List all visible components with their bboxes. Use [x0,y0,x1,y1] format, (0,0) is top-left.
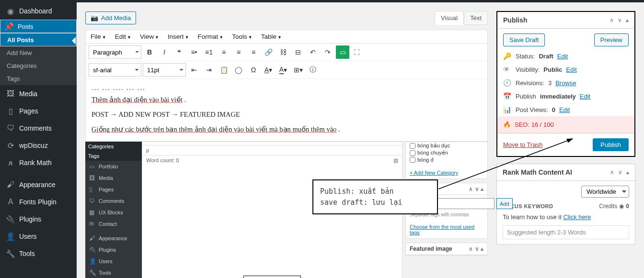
cat-bongbauduc[interactable] [410,143,415,149]
preview-button[interactable]: Preview [594,33,629,46]
more-button[interactable]: ⊟ [291,45,305,59]
bold-button[interactable]: B [143,45,156,59]
add-media-button[interactable]: 📷Add Media [85,11,136,24]
n-users[interactable]: 👤Users [85,256,142,267]
help-button[interactable]: ⓘ [306,63,320,77]
fullscreen-button[interactable]: ⛶ [354,49,360,56]
menu-users[interactable]: 👤Users [0,228,77,245]
appearance-icon: 🖌 [6,180,15,189]
unlink-button[interactable]: ⛓ [276,45,290,59]
n-portfolio[interactable]: ▭Portfolio [85,161,142,172]
seo-icon: 🔥 [503,121,511,128]
menu-insert[interactable]: Insert▼ [168,33,189,40]
edit-views-link[interactable]: Edit [559,106,570,113]
tools-icon: 🔧 [6,249,15,258]
editor-body[interactable]: ··· ··· ···· ··· ··· Thêm ảnh đại diện v… [86,79,487,141]
edit-publish-link[interactable]: Edit [580,93,590,100]
region-select[interactable]: Worldwide [581,186,629,198]
calendar-icon: 📅 [503,92,512,100]
n-pages[interactable]: ▯Pages [85,184,142,195]
link-button[interactable]: 🔗 [262,45,275,59]
bg-color-button[interactable]: A▾ [262,63,275,77]
n-tools[interactable]: 🔧Tools [85,267,142,278]
menu-media[interactable]: 🖾Media [0,85,77,102]
submenu-add-new[interactable]: Add New [0,46,77,59]
featured-image-title: Featured image [410,245,452,252]
menu-fonts[interactable]: AFonts Plugin [0,193,77,211]
submenu-tags[interactable]: Tags [0,72,77,85]
cat-bongd[interactable] [410,157,415,163]
n-uxblocks[interactable]: ▦UX Blocks [85,207,142,218]
menu-rankmath[interactable]: ᴙRank Math [0,154,77,171]
n-appearance[interactable]: 🖌Appearance [85,233,142,244]
n-contact[interactable]: ✉Contact [85,218,142,230]
menu-comments[interactable]: 🗨Comments [0,120,77,137]
edit-status-link[interactable]: Edit [557,53,568,60]
tinymce-editor: File▼ Edit▼ View▼ Insert▼ Format▼ Tools▼… [85,30,488,142]
font-select[interactable]: sf-arial [89,63,141,77]
n-media[interactable]: 🖾Media [85,172,142,184]
paste-button[interactable]: 📋 [217,63,230,77]
menu-edit[interactable]: Edit▼ [115,33,131,40]
size-select[interactable]: 11pt [143,63,186,77]
undo-button[interactable]: ↶ [306,45,320,59]
panel-up-icon[interactable]: ∧ [610,17,614,23]
numbered-list-button[interactable]: ≡1 [202,45,216,59]
save-draft-button[interactable]: Save Draft [503,33,545,46]
align-left-button[interactable]: ≡ [217,45,230,59]
outdent-button[interactable]: ⇤ [187,63,201,77]
menu-format[interactable]: Format▼ [198,33,224,40]
align-right-button[interactable]: ≡ [247,45,260,59]
menu-plugins[interactable]: 🔌Plugins [0,211,77,228]
menu-dashboard[interactable]: ◉Dashboard [0,2,77,20]
submenu-all-posts[interactable]: All Posts [0,33,77,46]
menu-table[interactable]: Table▼ [261,33,282,40]
special-char-button[interactable]: Ω [247,63,260,77]
menu-posts[interactable]: 📌Posts [0,20,77,33]
admin-sidebar: ◉Dashboard 📌Posts All Posts Add New Cate… [0,2,77,278]
rankmath-title: Rank Math Content AI [503,168,572,176]
panel-toggle-icon[interactable]: ▴ [626,17,629,23]
n-comments[interactable]: 🗨Comments [85,195,142,207]
learn-link[interactable]: Click here [563,213,591,221]
redo-button[interactable]: ↷ [321,45,334,59]
add-new-category-link[interactable]: + Add New Category [410,170,458,176]
pages-icon: ▯ [6,106,15,116]
align-center-button[interactable]: ≡ [232,45,245,59]
menu-tools[interactable]: Tools▼ [232,33,252,40]
publish-button[interactable]: Publish [593,138,629,151]
pin-icon: 📌 [4,22,14,31]
tab-visual[interactable]: Visual [435,11,464,25]
panel-down-icon[interactable]: ∨ [618,17,622,23]
submenu-categories[interactable]: Categories [0,59,77,72]
text-color-button[interactable]: A▾ [276,63,290,77]
annotation-callout: Publish: xuất bản save draft: lưu lại [312,179,438,214]
menu-file[interactable]: File▼ [91,33,106,40]
publish-panel: Publish∧∨▴ Save Draft Preview 🔑Status: D… [496,11,635,157]
blockquote-button[interactable]: ❝ [172,45,186,59]
nested-cat-header: Categories [85,142,142,151]
menu-appearance[interactable]: 🖌Appearance [0,176,77,193]
menu-wpdiscuz[interactable]: ⟳wpDiscuz [0,137,77,154]
italic-button[interactable]: I [158,45,171,59]
format-select[interactable]: Paragraph [89,45,141,59]
suggested-length: Suggested length 2-3 Words [503,225,629,239]
n-plugins[interactable]: 🔌Plugins [85,244,142,256]
choose-tags-link[interactable]: Choose from the most used tags [410,224,474,235]
menu-view[interactable]: View▼ [140,33,159,40]
browse-revisions-link[interactable]: Browse [555,79,576,87]
clear-format-button[interactable]: ◯ [232,63,245,77]
indent-button[interactable]: ⇥ [202,63,216,77]
nested-tags-header: Tags [85,151,142,161]
tags-add-button[interactable]: Add [496,198,513,209]
menu-tools[interactable]: 🔧Tools [0,245,77,262]
bullet-list-button[interactable]: ≡• [187,45,201,59]
users-icon: 👤 [6,232,15,241]
move-to-trash-link[interactable]: Move to Trash [503,141,542,148]
cat-bongchuyen[interactable] [410,150,415,156]
tab-text[interactable]: Text [464,11,488,25]
table-button[interactable]: ⊞▾ [291,63,305,77]
menu-pages[interactable]: ▯Pages [0,102,77,120]
helper-button[interactable]: ▭ [336,45,349,59]
edit-visibility-link[interactable]: Edit [566,66,576,73]
